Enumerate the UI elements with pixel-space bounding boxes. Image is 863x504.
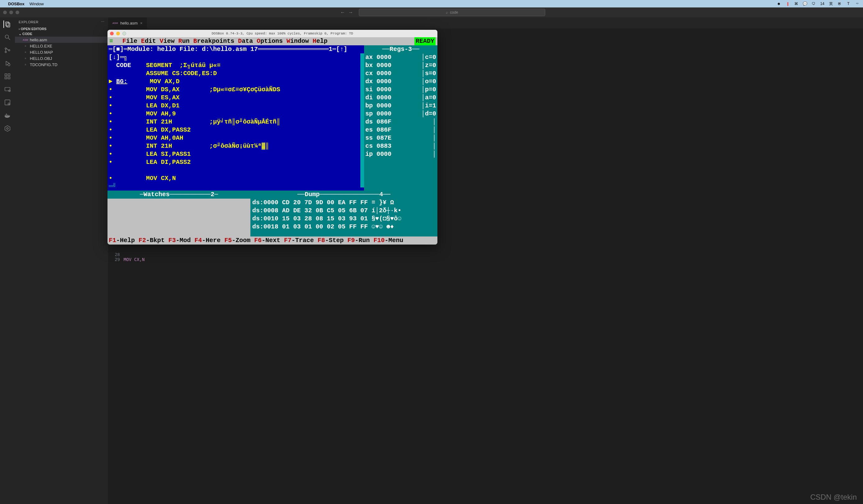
reg-row[interactable]: es 086F│: [365, 126, 436, 134]
dump-line[interactable]: ds:0018 01 03 01 00 02 05 FF FF ☺♥☺ ☻♦: [252, 223, 436, 231]
wechat-icon[interactable]: 🗨: [811, 1, 816, 7]
chat-icon[interactable]: 💬: [802, 1, 808, 7]
file-tdconfig-td[interactable]: ≡TDCONFIG.TD: [15, 62, 108, 68]
fkey-f3[interactable]: F3-Mod: [168, 237, 195, 244]
db-close-icon[interactable]: [110, 32, 114, 35]
reg-row[interactable]: dx 0000│o=0: [365, 78, 436, 86]
fkey-f8[interactable]: F8-Step: [317, 237, 347, 244]
dump-line[interactable]: ds:0008 AD DE 32 0B C5 05 6B 07 í│2δ┼∙k•: [252, 207, 436, 215]
fkey-f7[interactable]: F7-Trace: [284, 237, 317, 244]
reg-row[interactable]: cx 0000│s=0: [365, 69, 436, 78]
file-hello-obj[interactable]: ≡HELLO.OBJ: [15, 55, 108, 62]
reg-row[interactable]: bp 0000│i=1: [365, 102, 436, 110]
module-panel[interactable]: ═[■]═Module: hello File: d:\hello.asm 17…: [108, 45, 364, 191]
watches-panel[interactable]: ─Watches───────────2─: [108, 191, 250, 236]
file-hello-map[interactable]: ≡HELLO.MAP: [15, 49, 108, 55]
td-menu-run[interactable]: Run: [178, 38, 193, 45]
pause-icon[interactable]: ||: [785, 1, 790, 7]
fkey-f5[interactable]: F5-Zoom: [224, 237, 254, 244]
t-icon[interactable]: T: [846, 1, 851, 7]
fkey-f2[interactable]: F2-Bkpt: [139, 237, 168, 244]
td-menu-file[interactable]: File: [122, 38, 141, 45]
terminal-icon[interactable]: ⌘: [793, 1, 799, 7]
asm-line[interactable]: • INT 21H ;µÿ╛τñ║σ╜ôσàÑµÅÉτñ║: [109, 118, 363, 126]
reg-row[interactable]: sp 0000│d=0: [365, 110, 436, 118]
scm-icon[interactable]: [4, 47, 11, 54]
close-icon[interactable]: ×: [140, 21, 142, 25]
traffic-lights[interactable]: [3, 11, 19, 14]
reg-row[interactable]: bx 0000│z=0: [365, 62, 436, 69]
fkey-f6[interactable]: F6-Next: [254, 237, 284, 244]
open-editors-section[interactable]: OPEN EDITORS: [15, 26, 108, 31]
extensions-icon[interactable]: [4, 73, 11, 80]
remote-icon[interactable]: [4, 86, 11, 93]
kubernetes-icon[interactable]: [4, 125, 11, 132]
reg-row[interactable]: ax 0000│c=0: [365, 53, 436, 62]
dump-line[interactable]: ds:0010 15 03 28 08 15 03 93 01 §♥(◘§♥ô☺: [252, 215, 436, 223]
fkey-f1[interactable]: F1-Help: [109, 237, 139, 244]
minimize-dot-icon[interactable]: [9, 11, 13, 14]
explorer-icon[interactable]: [3, 21, 11, 28]
asm-line[interactable]: CODE SEGMENT ;Σ╖úτáü µ«≡: [109, 62, 363, 69]
reg-row[interactable]: ip 0000│: [365, 150, 436, 158]
reg-row[interactable]: si 0000│p=0: [365, 86, 436, 94]
command-center[interactable]: ⌕ code: [359, 9, 545, 16]
asm-line[interactable]: • MOV DS,AX ;Dµ«≡σ£≡σ¥ÇσÇüσàÑDS: [109, 86, 363, 94]
reg-row[interactable]: di 0000│a=0: [365, 94, 436, 102]
zoom-dot-icon[interactable]: [15, 11, 19, 14]
file-hello-asm[interactable]: ASMhello.asm: [15, 37, 108, 43]
asm-line[interactable]: • LEA SI,PASS1: [109, 150, 363, 158]
asm-line[interactable]: • LEA DX,D1: [109, 102, 363, 110]
td-menu-help[interactable]: Help: [313, 38, 327, 45]
asm-line[interactable]: • LEA DX,PASS2: [109, 126, 363, 134]
hamburger-icon[interactable]: ≡: [109, 37, 113, 45]
td-menu-view[interactable]: View: [160, 38, 178, 45]
shield-icon[interactable]: ⛨: [837, 1, 842, 7]
docker-icon[interactable]: [4, 112, 11, 119]
td-menu-data[interactable]: Data: [238, 38, 257, 45]
asm-line[interactable]: ASSUME CS:CODE,ES:D: [109, 69, 363, 78]
dump-line[interactable]: ds:0000 CD 20 7D 9D 00 EA FF FF = }¥ Ω: [252, 198, 436, 207]
nav-forward-icon[interactable]: →: [348, 10, 353, 15]
status-face-icon[interactable]: ☻: [776, 1, 781, 7]
reg-row[interactable]: cs 0883│: [365, 142, 436, 150]
file-hello-exe[interactable]: ≡HELLO.EXE: [15, 43, 108, 49]
asm-line[interactable]: • MOV AH,9: [109, 110, 363, 118]
fkey-f4[interactable]: F4-Here: [195, 237, 224, 244]
svg-rect-10: [5, 77, 7, 79]
wifi-icon[interactable]: ⌔: [854, 1, 860, 7]
fkey-f10[interactable]: F10-Menu: [373, 237, 403, 244]
td-menu-edit[interactable]: Edit: [141, 38, 160, 45]
dump-panel[interactable]: ──Dump────────────────4── ds:0000 CD 20 …: [250, 191, 437, 236]
regs-panel[interactable]: ──Regs-3── ax 0000│c=0bx 0000│z=0cx 0000…: [364, 45, 437, 191]
ime-icon[interactable]: 英: [828, 1, 834, 7]
db-zoom-icon[interactable]: [122, 32, 126, 35]
code-folder-section[interactable]: CODE: [15, 31, 108, 37]
td-menu-window[interactable]: Window: [286, 38, 313, 45]
td-menu-options[interactable]: Options: [257, 38, 286, 45]
app-name[interactable]: DOSBox: [8, 2, 25, 6]
asm-line[interactable]: • LEA DI,PASS2: [109, 158, 363, 166]
asm-line[interactable]: ► BG: MOV AX,D: [109, 78, 363, 86]
file-label: HELLO.EXE: [30, 44, 52, 48]
close-dot-icon[interactable]: [3, 11, 7, 14]
vscrollbar[interactable]: [360, 53, 364, 188]
reg-row[interactable]: ss 087E│: [365, 134, 436, 142]
more-icon[interactable]: ⋯: [101, 20, 105, 24]
td-menu-breakpoints[interactable]: Breakpoints: [193, 38, 238, 45]
asm-line[interactable]: • MOV CX,N: [109, 175, 363, 182]
debug-icon[interactable]: [4, 60, 11, 67]
menu-window[interactable]: Window: [29, 2, 44, 6]
asm-line[interactable]: • MOV ES,AX: [109, 94, 363, 102]
fkey-f9[interactable]: F9-Run: [347, 237, 373, 244]
asm-line[interactable]: • INT 21H ;σ╜ôσàÑσ¡üùτ¼ª▓║: [109, 142, 363, 150]
dosbox-window[interactable]: DOSBox 0.74-3-3, Cpu speed: max 100% cyc…: [108, 30, 437, 245]
asm-line[interactable]: • MOV AH,0AH: [109, 134, 363, 142]
settings-gear-icon[interactable]: [4, 99, 11, 106]
db-minimize-icon[interactable]: [116, 32, 120, 35]
reg-row[interactable]: ds 086F│: [365, 118, 436, 126]
nav-back-icon[interactable]: ←: [340, 10, 345, 15]
search-activity-icon[interactable]: [4, 34, 11, 41]
asm-line[interactable]: [109, 166, 363, 175]
tab-hello-asm[interactable]: ASM hello.asm ×: [108, 17, 147, 28]
